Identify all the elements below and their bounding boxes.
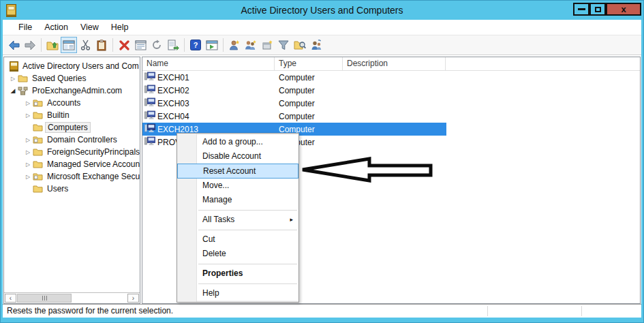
tree-item-accounts[interactable]: ▷ Accounts — [4, 97, 140, 109]
expand-collapsed-icon[interactable]: ▷ — [25, 112, 31, 119]
tree-item-domain-controllers[interactable]: ▷ Domain Controllers — [4, 134, 140, 146]
expand-expanded-icon[interactable]: ◢ — [10, 87, 16, 94]
computer-type: Computer — [275, 112, 343, 121]
context-menu-separator — [177, 261, 298, 266]
window-title: Active Directory Users and Computers — [1, 1, 643, 20]
properties-icon[interactable] — [132, 37, 149, 53]
column-header-name[interactable]: Name — [142, 57, 275, 70]
folder-icon — [33, 111, 43, 119]
context-menu-item-properties[interactable]: Properties — [177, 266, 298, 281]
context-menu-item-help[interactable]: Help — [177, 286, 298, 301]
status-text: Resets the password for the current sele… — [7, 306, 173, 316]
folder-icon — [33, 123, 43, 132]
menu-action[interactable]: Action — [38, 20, 74, 35]
computer-type: Computer — [275, 73, 343, 82]
context-menu-item-reset-account[interactable]: Reset Account — [177, 164, 298, 179]
menu-bar: File Action View Help — [3, 20, 641, 35]
tree-item-label: Microsoft Exchange Secu — [45, 172, 140, 181]
expand-collapsed-icon[interactable]: ▷ — [25, 149, 31, 155]
computer-type: Computer — [275, 99, 343, 108]
toolbar-separator — [184, 38, 185, 52]
list-row-exch03[interactable]: EXCH03 Computer — [142, 97, 640, 110]
computer-type: Computer — [275, 86, 343, 95]
tree-item-domain[interactable]: ◢ ProExchangeAdmin.com — [4, 84, 140, 97]
new-window-icon[interactable] — [204, 37, 220, 53]
toolbar: ? — [3, 35, 641, 55]
delete-icon[interactable] — [116, 37, 132, 53]
list-row-exch02[interactable]: EXCH02 Computer — [142, 84, 640, 97]
show-hide-console-tree-icon[interactable] — [61, 37, 77, 53]
domain-icon — [18, 87, 28, 95]
new-ou-icon[interactable] — [259, 37, 275, 53]
tree-item-label: Saved Queries — [30, 74, 88, 83]
minimize-button[interactable] — [573, 3, 589, 16]
context-menu-item-all-tasks[interactable]: All Tasks ▸ — [177, 213, 298, 227]
export-list-icon[interactable] — [165, 37, 181, 53]
close-button[interactable]: x — [606, 3, 641, 16]
context-menu: Add to a group... Disable Account Reset … — [177, 133, 299, 303]
column-header-type[interactable]: Type — [275, 57, 343, 70]
submenu-arrow-icon: ▸ — [290, 213, 293, 227]
tree-item-users[interactable]: Users — [4, 183, 140, 195]
tree-item-microsoft-exchange-security-groups[interactable]: ▷ Microsoft Exchange Secu — [4, 170, 140, 183]
tree-item-label: ForeignSecurityPrincipals — [45, 147, 140, 157]
context-menu-item-add-to-group[interactable]: Add to a group... — [177, 135, 298, 149]
tree-item-root[interactable]: Active Directory Users and Com — [4, 60, 140, 72]
expand-collapsed-icon[interactable]: ▷ — [25, 100, 31, 106]
tree-item-label: Domain Controllers — [45, 135, 119, 144]
list-row-exch01[interactable]: EXCH01 Computer — [142, 71, 640, 84]
context-menu-separator — [177, 227, 298, 232]
help-icon[interactable]: ? — [187, 37, 204, 53]
maximize-button[interactable] — [589, 3, 606, 16]
context-menu-item-cut[interactable]: Cut — [177, 232, 298, 247]
minimize-icon — [578, 8, 585, 10]
status-divider — [581, 306, 582, 316]
computer-name: EXCH04 — [157, 112, 189, 121]
toolbar-separator — [223, 38, 224, 52]
adum-window: Active Directory Users and Computers x F… — [0, 0, 644, 323]
scroll-left-arrow-icon[interactable]: ‹ — [5, 294, 16, 303]
find-icon[interactable] — [292, 37, 308, 53]
menu-file[interactable]: File — [12, 20, 38, 35]
computer-icon — [144, 110, 155, 122]
filter-icon[interactable] — [275, 37, 292, 53]
expand-collapsed-icon[interactable]: ▷ — [25, 174, 31, 180]
tree-item-label: ProExchangeAdmin.com — [30, 86, 124, 95]
tree-item-label: Managed Service Accoun — [45, 159, 140, 169]
paste-icon[interactable] — [93, 37, 110, 53]
forward-icon[interactable] — [22, 37, 38, 53]
list-row-exch04[interactable]: EXCH04 Computer — [142, 110, 640, 123]
context-menu-item-disable-account[interactable]: Disable Account — [177, 149, 298, 164]
context-menu-item-move[interactable]: Move... — [177, 179, 298, 193]
ou-folder-icon — [33, 172, 43, 181]
scroll-right-arrow-icon[interactable]: › — [127, 294, 139, 303]
folder-icon — [18, 74, 28, 82]
menu-help[interactable]: Help — [105, 20, 135, 35]
column-header-description[interactable]: Description — [343, 57, 446, 70]
console-root-icon — [10, 61, 18, 72]
tree-item-label-selected: Computers — [45, 122, 91, 133]
horizontal-scrollbar[interactable]: ‹ › — [4, 292, 140, 303]
expand-collapsed-icon[interactable]: ▷ — [25, 162, 31, 168]
back-icon[interactable] — [5, 37, 22, 53]
up-one-level-icon[interactable] — [44, 37, 61, 53]
context-menu-item-manage[interactable]: Manage — [177, 193, 298, 207]
computer-icon — [144, 84, 155, 96]
delegate-icon[interactable] — [308, 37, 324, 53]
tree-item-managed-service-accounts[interactable]: ▷ Managed Service Accoun — [4, 158, 140, 170]
expand-collapsed-icon[interactable]: ▷ — [10, 76, 16, 82]
tree-item-saved-queries[interactable]: ▷ Saved Queries — [4, 72, 140, 84]
tree-item-computers[interactable]: Computers — [4, 121, 140, 134]
new-user-icon[interactable] — [226, 37, 243, 53]
new-group-icon[interactable] — [243, 37, 259, 53]
scrollbar-thumb[interactable] — [17, 294, 72, 303]
toolbar-separator — [112, 38, 113, 52]
cut-icon[interactable] — [77, 37, 93, 53]
tree-item-foreign-security-principals[interactable]: ▷ ForeignSecurityPrincipals — [4, 146, 140, 158]
computer-icon — [144, 123, 155, 135]
expand-collapsed-icon[interactable]: ▷ — [25, 137, 31, 143]
refresh-icon[interactable] — [149, 37, 165, 53]
menu-view[interactable]: View — [74, 20, 105, 35]
context-menu-item-delete[interactable]: Delete — [177, 247, 298, 261]
tree-item-builtin[interactable]: ▷ Builtin — [4, 109, 140, 121]
